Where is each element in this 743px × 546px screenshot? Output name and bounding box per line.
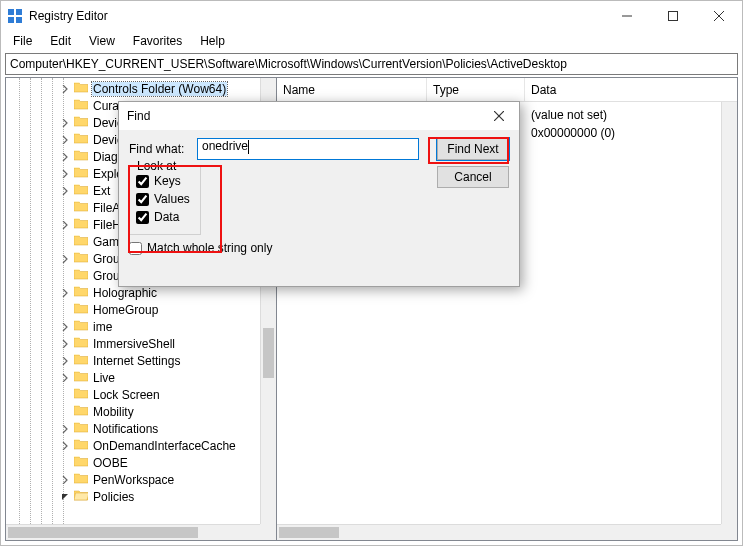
values-checkbox[interactable]: Values	[136, 190, 194, 208]
list-header[interactable]: Name Type Data	[277, 78, 737, 102]
folder-icon	[74, 455, 88, 470]
tree-item-label: Notifications	[92, 422, 159, 436]
tree-horizontal-scrollbar[interactable]	[6, 524, 260, 540]
folder-icon	[74, 149, 88, 164]
menu-file[interactable]: File	[5, 32, 40, 50]
match-whole-string-checkbox[interactable]: Match whole string only	[129, 239, 509, 257]
expand-icon[interactable]	[59, 437, 70, 454]
find-next-button[interactable]: Find Next	[437, 138, 509, 160]
svg-rect-0	[8, 9, 14, 15]
menu-view[interactable]: View	[81, 32, 123, 50]
tree-item-label: Mobility	[92, 405, 135, 419]
list-vertical-scrollbar[interactable]	[721, 102, 737, 524]
tree-item-label: Policies	[92, 490, 135, 504]
data-checkbox[interactable]: Data	[136, 208, 194, 226]
tree-item[interactable]: ImmersiveShell	[74, 335, 260, 352]
col-data[interactable]: Data	[525, 78, 737, 101]
folder-icon	[74, 115, 88, 130]
tree-item-label: ime	[92, 320, 113, 334]
tree-item-label: Holographic	[92, 286, 158, 300]
tree-item[interactable]: Internet Settings	[74, 352, 260, 369]
cancel-button[interactable]: Cancel	[437, 166, 509, 188]
folder-icon	[74, 336, 88, 351]
scroll-corner	[721, 524, 737, 540]
tree-item[interactable]: ime	[74, 318, 260, 335]
svg-rect-1	[16, 9, 22, 15]
expand-icon[interactable]	[59, 250, 70, 267]
tree-item-label: PenWorkspace	[92, 473, 175, 487]
look-at-legend: Look at	[134, 159, 179, 173]
list-cell-data: 0x00000000 (0)	[531, 126, 731, 140]
folder-icon	[74, 81, 88, 96]
expand-icon[interactable]	[59, 369, 70, 386]
tree-item[interactable]: Live	[74, 369, 260, 386]
expand-icon[interactable]	[59, 114, 70, 131]
expand-icon[interactable]	[59, 318, 70, 335]
tree-item[interactable]: Lock Screen	[74, 386, 260, 403]
tree-item-label: Ext	[92, 184, 111, 198]
text-caret	[248, 140, 249, 154]
dialog-title: Find	[127, 109, 150, 123]
keys-checkbox-input[interactable]	[136, 175, 149, 188]
folder-icon	[74, 387, 88, 402]
folder-icon	[74, 98, 88, 113]
tree-item-label: OnDemandInterfaceCache	[92, 439, 237, 453]
expand-icon[interactable]	[59, 131, 70, 148]
folder-icon	[74, 132, 88, 147]
look-at-group: Look at Keys Values Data	[129, 166, 201, 235]
folder-icon	[74, 234, 88, 249]
col-name[interactable]: Name	[277, 78, 427, 101]
folder-icon	[74, 251, 88, 266]
find-what-input[interactable]: onedrive	[197, 138, 419, 160]
tree-item[interactable]: OOBE	[74, 454, 260, 471]
menu-favorites[interactable]: Favorites	[125, 32, 190, 50]
close-button[interactable]	[696, 1, 742, 31]
expand-icon[interactable]	[59, 352, 70, 369]
minimize-button[interactable]	[604, 1, 650, 31]
dialog-close-button[interactable]	[479, 102, 519, 130]
folder-icon	[74, 421, 88, 436]
folder-icon	[74, 404, 88, 419]
scroll-corner	[260, 524, 276, 540]
address-bar[interactable]: Computer\HKEY_CURRENT_USER\Software\Micr…	[5, 53, 738, 75]
list-horizontal-scrollbar[interactable]	[277, 524, 721, 540]
folder-icon	[74, 285, 88, 300]
expand-icon[interactable]	[59, 216, 70, 233]
col-type[interactable]: Type	[427, 78, 525, 101]
tree-item[interactable]: Mobility	[74, 403, 260, 420]
svg-rect-3	[16, 17, 22, 23]
tree-item[interactable]: PenWorkspace	[74, 471, 260, 488]
tree-item[interactable]: Controls Folder (Wow64)	[74, 80, 260, 97]
expand-icon[interactable]	[59, 284, 70, 301]
folder-icon	[74, 353, 88, 368]
tree-item[interactable]: OnDemandInterfaceCache	[74, 437, 260, 454]
expand-icon[interactable]	[59, 182, 70, 199]
dialog-titlebar: Find	[119, 102, 519, 130]
expand-icon[interactable]	[59, 165, 70, 182]
expand-icon[interactable]	[59, 148, 70, 165]
tree-item[interactable]: Notifications	[74, 420, 260, 437]
data-checkbox-input[interactable]	[136, 211, 149, 224]
menu-edit[interactable]: Edit	[42, 32, 79, 50]
values-checkbox-input[interactable]	[136, 193, 149, 206]
address-text: Computer\HKEY_CURRENT_USER\Software\Micr…	[10, 57, 567, 71]
keys-checkbox[interactable]: Keys	[136, 172, 194, 190]
collapse-icon[interactable]	[59, 488, 70, 505]
match-checkbox-input[interactable]	[129, 242, 142, 255]
app-icon	[7, 8, 23, 24]
expand-icon[interactable]	[59, 471, 70, 488]
expand-icon[interactable]	[59, 420, 70, 437]
menu-help[interactable]: Help	[192, 32, 233, 50]
folder-icon	[74, 489, 88, 504]
maximize-button[interactable]	[650, 1, 696, 31]
tree-item[interactable]: Policies	[74, 488, 260, 505]
folder-icon	[74, 200, 88, 215]
expand-icon[interactable]	[59, 80, 70, 97]
folder-icon	[74, 166, 88, 181]
tree-item-label: HomeGroup	[92, 303, 159, 317]
tree-item-label: Lock Screen	[92, 388, 161, 402]
tree-item-label: OOBE	[92, 456, 129, 470]
tree-item[interactable]: HomeGroup	[74, 301, 260, 318]
expand-icon[interactable]	[59, 335, 70, 352]
find-dialog: Find Find what: onedrive Look at Keys Va…	[118, 101, 520, 287]
